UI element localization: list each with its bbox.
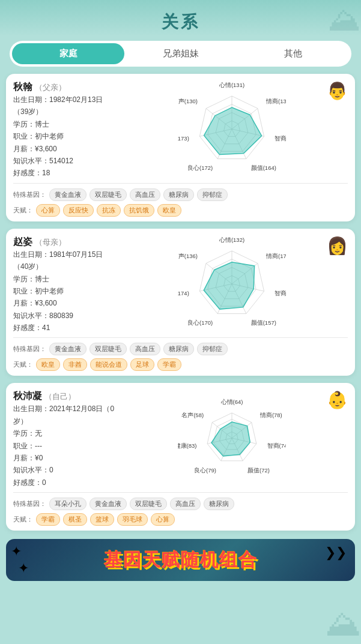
talent-tag: 能说会道 [90, 358, 127, 371]
job: 职业：--- [13, 440, 115, 452]
svg-text:健康(174): 健康(174) [178, 289, 189, 296]
birthdate: 出生日期：1982年02月13日（39岁） [13, 94, 115, 118]
tab-other[interactable]: 其他 [237, 43, 349, 64]
gene-tag: 糖尿病 [163, 343, 194, 355]
svg-text:颜值(72): 颜值(72) [247, 467, 270, 474]
affection: 好感度：41 [13, 322, 115, 334]
genes-label: 特殊基因： [13, 499, 46, 508]
svg-text:名声(58): 名声(58) [181, 412, 204, 418]
radar-chart: 心情(132)情商(175)智商(135)颜值(157)良心(170)健康(17… [178, 237, 286, 333]
svg-text:名声(136): 名声(136) [178, 253, 198, 259]
svg-text:情商(78): 情商(78) [259, 412, 282, 418]
talent-tag: 学霸 [157, 358, 181, 371]
sparkle-3: ❯❯ [325, 545, 347, 561]
person-role: （自己） [44, 391, 76, 402]
person-name: 赵姿 [13, 236, 32, 248]
gene-tag: 黄金血液 [89, 498, 127, 510]
tab-siblings[interactable]: 兄弟姐妹 [124, 43, 237, 64]
genes-label: 特殊基因： [13, 190, 46, 199]
gene-tag: 双层睫毛 [89, 343, 127, 355]
person-name: 秋翰 [13, 81, 32, 94]
knowledge: 知识水平：0 [13, 464, 115, 476]
page-title: 关系 [0, 0, 361, 41]
svg-text:名声(130): 名声(130) [178, 98, 198, 104]
tabs-row: 家庭 兄弟姐妹 其他 [10, 41, 351, 67]
gene-tag: 黄金血液 [49, 343, 86, 355]
svg-text:颜值(164): 颜值(164) [250, 164, 276, 171]
gene-tag: 抑郁症 [197, 343, 228, 355]
birthdate: 出生日期：2021年12月08日（0岁） [13, 403, 115, 427]
svg-text:情商(175): 情商(175) [265, 253, 286, 259]
person-avatar: 👨 [327, 81, 348, 101]
banner-text: 基因天赋随机组合 [104, 548, 258, 573]
person-name: 秋沛凝 [13, 390, 42, 403]
gene-tag: 高血压 [170, 498, 201, 510]
svg-text:情商(139): 情商(139) [265, 98, 286, 104]
education: 学历：博士 [13, 118, 115, 130]
divider [13, 337, 348, 338]
svg-text:心情(132): 心情(132) [218, 237, 244, 243]
talent-tag: 非酋 [63, 358, 87, 371]
person-card-2: 秋沛凝 （自己） 出生日期：2021年12月08日（0岁） 学历：无 职业：--… [6, 383, 355, 531]
svg-text:心情(64): 心情(64) [220, 399, 243, 405]
affection: 好感度：0 [13, 477, 115, 489]
genes-row: 特殊基因： 黄金血液双层睫毛高血压糖尿病抑郁症 [13, 188, 348, 201]
gene-tag: 黄金血液 [49, 188, 86, 201]
person-avatar: 👩 [327, 236, 348, 256]
birthdate: 出生日期：1981年07月15日（40岁） [13, 248, 115, 273]
talent-tag: 欧皇 [157, 204, 181, 217]
talent-label: 天赋： [13, 515, 33, 524]
knowledge: 知识水平：514012 [13, 155, 115, 167]
job: 职业：初中老师 [13, 130, 115, 142]
education: 学历：无 [13, 427, 115, 439]
job: 职业：初中老师 [13, 285, 115, 297]
person-card-1: 赵姿 （母亲） 出生日期：1981年07月15日（40岁） 学历：博士 职业：初… [6, 229, 355, 376]
svg-text:颜值(157): 颜值(157) [250, 319, 276, 326]
talent-tag: 篮球 [90, 513, 114, 526]
gene-tag: 双层睫毛 [89, 188, 127, 201]
svg-text:智商(74): 智商(74) [267, 442, 286, 449]
svg-text:良心(170): 良心(170) [187, 319, 213, 326]
affection: 好感度：18 [13, 167, 115, 179]
talent-tag: 羽毛球 [117, 513, 148, 526]
svg-text:良心(79): 良心(79) [194, 467, 216, 474]
gene-tag: 双层睫毛 [130, 498, 167, 510]
tab-family[interactable]: 家庭 [12, 43, 124, 64]
gene-tag: 糖尿病 [163, 188, 194, 201]
talent-tag: 抗饥饿 [124, 204, 154, 217]
salary: 月薪：¥3,600 [13, 143, 115, 155]
genes-row: 特殊基因： 黄金血液双层睫毛高血压糖尿病抑郁症 [13, 343, 348, 355]
talent-label: 天赋： [13, 206, 33, 215]
education: 学历：博士 [13, 273, 115, 285]
gene-tag: 耳朵小孔 [49, 498, 86, 510]
cards-container: 秋翰 （父亲） 出生日期：1982年02月13日（39岁） 学历：博士 职业：初… [0, 74, 361, 531]
talents-row: 天赋： 欧皇非酋能说会道足球学霸 [13, 358, 348, 371]
person-card-0: 秋翰 （父亲） 出生日期：1982年02月13日（39岁） 学历：博士 职业：初… [6, 74, 355, 221]
svg-text:健康(83): 健康(83) [178, 442, 197, 449]
talents-row: 天赋： 心算反应快抗冻抗饥饿欧皇 [13, 204, 348, 217]
bottom-mountain-decoration: ⛰ [325, 603, 361, 644]
gene-tag: 抑郁症 [197, 188, 228, 201]
talent-tag: 心算 [151, 513, 175, 526]
svg-text:智商(135): 智商(135) [275, 289, 286, 296]
person-avatar: 👶 [327, 390, 348, 410]
person-role: （父亲） [35, 82, 66, 93]
svg-text:良心(172): 良心(172) [187, 164, 213, 171]
svg-text:心情(131): 心情(131) [218, 82, 244, 88]
svg-text:健康(173): 健康(173) [178, 135, 189, 142]
divider [13, 183, 348, 184]
gene-tag: 高血压 [130, 188, 160, 201]
talent-tag: 棋圣 [63, 513, 87, 526]
genes-row: 特殊基因： 耳朵小孔黄金血液双层睫毛高血压糖尿病 [13, 498, 348, 510]
gene-tag: 高血压 [130, 343, 160, 355]
gene-tag: 糖尿病 [204, 498, 234, 510]
sparkle-1: ✦ [11, 544, 22, 559]
talent-tag: 心算 [36, 204, 60, 217]
talent-label: 天赋： [13, 360, 33, 369]
person-role: （母亲） [35, 237, 66, 248]
knowledge: 知识水平：880839 [13, 310, 115, 322]
talent-tag: 反应快 [63, 204, 94, 217]
salary: 月薪：¥3,600 [13, 297, 115, 309]
svg-text:智商(185): 智商(185) [275, 135, 286, 142]
divider [13, 492, 348, 493]
